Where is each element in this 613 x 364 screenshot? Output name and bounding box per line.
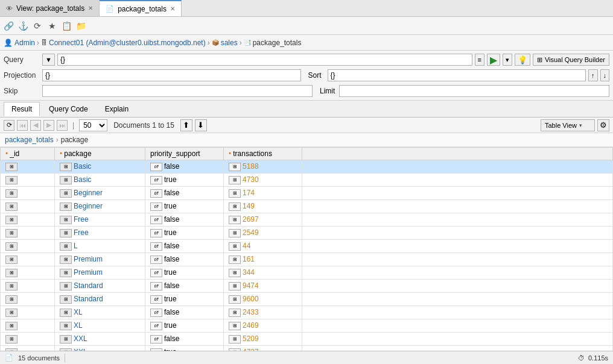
- run-dropdown-btn[interactable]: ▾: [503, 54, 512, 66]
- query-dropdown-btn[interactable]: ▼: [42, 54, 55, 66]
- nav-next-btn[interactable]: ▶: [43, 120, 54, 131]
- sort-up-btn[interactable]: ↑: [588, 69, 598, 81]
- cell-empty: [302, 266, 613, 280]
- tab-result[interactable]: Result: [4, 102, 40, 116]
- table-row[interactable]: ⊞⊞XXLt/ffalse⊞5209: [1, 333, 613, 346]
- tab-view-package-totals[interactable]: 👁 View: package_totals ✕: [0, 0, 100, 16]
- vqb-button[interactable]: ⊞ Visual Query Builder: [533, 54, 609, 66]
- cell-package: ⊞Standard: [55, 293, 145, 306]
- col-header-priority-support[interactable]: priority_support: [145, 148, 224, 160]
- cell-transactions: ⊞4737: [224, 346, 302, 351]
- skip-label: Skip: [4, 87, 40, 95]
- toolbar-icon-2[interactable]: ⚓: [17, 20, 29, 32]
- table-settings-btn[interactable]: ⚙: [597, 119, 609, 131]
- toolbar-icon-6[interactable]: 📁: [75, 20, 87, 32]
- refresh-btn[interactable]: ⟳: [4, 120, 14, 131]
- projection-label: Projection: [4, 71, 40, 80]
- table-row[interactable]: ⊞⊞XLt/ffalse⊞2433: [1, 306, 613, 319]
- cell-package: ⊞Basic: [55, 174, 145, 187]
- breadcrumb-db-icon: 🗄: [41, 39, 47, 46]
- data-breadcrumb-field: package: [61, 136, 88, 144]
- cell-package: ⊞Beginner: [55, 187, 145, 200]
- table-row[interactable]: ⊞⊞XXLt/ftrue⊞4737: [1, 346, 613, 351]
- table-row[interactable]: ⊞⊞Basict/ftrue⊞4730: [1, 174, 613, 187]
- view-select-btn[interactable]: Table View ▾: [541, 119, 595, 131]
- projection-input[interactable]: [42, 69, 301, 81]
- cell-id: ⊞: [1, 187, 55, 200]
- cell-priority-support: t/ftrue: [145, 266, 224, 280]
- cell-id: ⊞: [1, 213, 55, 227]
- table-row[interactable]: ⊞⊞Beginnert/ffalse⊞174: [1, 187, 613, 200]
- tab-package-totals[interactable]: 📄 package_totals ✕: [100, 0, 182, 16]
- bulb-btn[interactable]: 💡: [515, 54, 530, 66]
- export-down-btn[interactable]: ⬇: [195, 119, 207, 131]
- table-row[interactable]: ⊞⊞Freet/ffalse⊞2697: [1, 213, 613, 227]
- limit-label: Limit: [320, 87, 337, 95]
- col-header-package[interactable]: •package: [55, 148, 145, 160]
- cell-priority-support: t/ffalse: [145, 306, 224, 319]
- query-bar: Query ▼ ≡ ▶ ▾ 💡 ⊞ Visual Query Builder P…: [0, 51, 613, 101]
- sort-input[interactable]: [328, 69, 586, 81]
- table-row[interactable]: ⊞⊞Premiumt/ffalse⊞161: [1, 253, 613, 266]
- table-row[interactable]: ⊞⊞Premiumt/ftrue⊞344: [1, 266, 613, 280]
- table-row[interactable]: ⊞⊞Lt/ffalse⊞44: [1, 240, 613, 253]
- cell-transactions: ⊞5188: [224, 160, 302, 174]
- cell-priority-support: t/ftrue: [145, 174, 224, 187]
- result-toolbar: ⟳ ⏮ ◀ ▶ ⏭ | 50 10 20 100 Documents 1 to …: [0, 118, 613, 133]
- breadcrumb-user-icon: 👤: [4, 39, 13, 47]
- col-header-empty: [302, 148, 613, 160]
- query-input[interactable]: [57, 54, 472, 66]
- breadcrumb: 👤 Admin › 🗄 Connect01 (Admin@cluster0.ui…: [0, 35, 613, 51]
- cell-empty: [302, 319, 613, 333]
- cell-id: ⊞: [1, 266, 55, 280]
- page-size-select[interactable]: 50 10 20 100: [79, 119, 107, 131]
- nav-prev-btn[interactable]: ◀: [30, 120, 41, 131]
- cell-id: ⊞: [1, 227, 55, 240]
- table-row[interactable]: ⊞⊞Standardt/ffalse⊞9474: [1, 280, 613, 293]
- col-header-id[interactable]: •_id: [1, 148, 55, 160]
- toolbar-icon-3[interactable]: ⟳: [31, 20, 43, 32]
- cell-empty: [302, 293, 613, 306]
- tab-close-2[interactable]: ✕: [170, 5, 175, 12]
- nav-last-btn[interactable]: ⏭: [57, 120, 68, 131]
- nav-first-btn[interactable]: ⏮: [17, 120, 28, 131]
- tab-query-code[interactable]: Query Code: [41, 102, 96, 116]
- limit-input[interactable]: [339, 85, 609, 97]
- table-row[interactable]: ⊞⊞Basict/ffalse⊞5188: [1, 160, 613, 174]
- cell-empty: [302, 160, 613, 174]
- table-row[interactable]: ⊞⊞XLt/ftrue⊞2469: [1, 319, 613, 333]
- cell-transactions: ⊞2697: [224, 213, 302, 227]
- table-area: package_totals › package •_id •package p…: [0, 133, 613, 351]
- export-up-btn[interactable]: ⬆: [180, 119, 192, 131]
- skip-input[interactable]: [42, 85, 313, 97]
- cell-transactions: ⊞161: [224, 253, 302, 266]
- toolbar-icon-4[interactable]: ★: [46, 20, 58, 32]
- toolbar-icon-1[interactable]: 🔗: [2, 20, 14, 32]
- cell-id: ⊞: [1, 319, 55, 333]
- filter-btn[interactable]: ≡: [475, 54, 484, 66]
- status-time: 0.115s: [588, 354, 608, 362]
- sort-down-btn[interactable]: ↓: [600, 69, 610, 81]
- tab-explain[interactable]: Explain: [97, 102, 136, 116]
- view-arrow: ▾: [579, 122, 582, 128]
- toolbar-icon-5[interactable]: 📋: [60, 20, 72, 32]
- table-row[interactable]: ⊞⊞Standardt/ftrue⊞9600: [1, 293, 613, 306]
- breadcrumb-collection-icon: 📑: [244, 39, 251, 46]
- table-row[interactable]: ⊞⊞Freet/ftrue⊞2549: [1, 227, 613, 240]
- breadcrumb-sales[interactable]: sales: [221, 39, 238, 47]
- result-tabs: Result Query Code Explain: [0, 101, 613, 118]
- breadcrumb-admin[interactable]: Admin: [14, 39, 35, 47]
- cell-empty: [302, 227, 613, 240]
- data-breadcrumb-collection[interactable]: package_totals: [5, 136, 54, 144]
- cell-empty: [302, 174, 613, 187]
- col-header-transactions[interactable]: •transactions: [224, 148, 302, 160]
- cell-transactions: ⊞2469: [224, 319, 302, 333]
- vqb-label: Visual Query Builder: [545, 56, 605, 63]
- tab-close-1[interactable]: ✕: [88, 5, 93, 11]
- cell-priority-support: t/ftrue: [145, 346, 224, 351]
- table-row[interactable]: ⊞⊞Beginnert/ftrue⊞149: [1, 200, 613, 213]
- breadcrumb-connect[interactable]: Connect01 (Admin@cluster0.uibst.mongodb.…: [49, 39, 206, 47]
- cell-package: ⊞Premium: [55, 266, 145, 280]
- run-button[interactable]: ▶: [487, 54, 500, 66]
- status-clock-icon: ⏱: [578, 354, 585, 362]
